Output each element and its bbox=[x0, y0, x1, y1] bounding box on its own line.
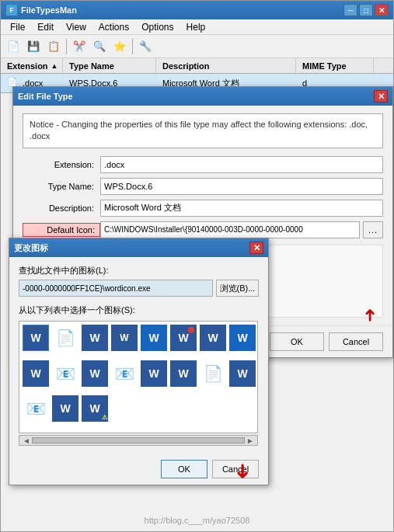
menu-help[interactable]: Help bbox=[180, 20, 212, 34]
icon-cell-6[interactable]: W bbox=[200, 325, 226, 351]
notice-box: Notice - Changing the properties of this… bbox=[23, 113, 383, 148]
scroll-right-btn[interactable]: ► bbox=[246, 436, 254, 445]
description-input[interactable] bbox=[100, 200, 383, 217]
toolbar-star-btn[interactable]: ⭐ bbox=[110, 37, 129, 56]
icon-cell-0[interactable]: W bbox=[23, 325, 49, 351]
col-typename[interactable]: Type Name bbox=[63, 58, 156, 73]
sort-arrow: ▲ bbox=[51, 62, 58, 70]
toolbar-extra-btn[interactable]: 🔧 bbox=[136, 37, 155, 56]
col-mime[interactable]: MIME Type bbox=[296, 58, 374, 73]
icon-dialog-titlebar: 更改图标 ✕ bbox=[9, 238, 268, 257]
icon-cell-4[interactable]: W bbox=[141, 325, 167, 351]
icon-cell-13[interactable]: W bbox=[170, 360, 197, 387]
default-icon-row: Default Icon: ... bbox=[23, 221, 383, 238]
extension-input[interactable] bbox=[100, 156, 383, 173]
icon-dialog-buttons: OK Cancel bbox=[9, 454, 268, 485]
menu-file[interactable]: File bbox=[4, 20, 31, 34]
icon-cell-14[interactable]: 📄 bbox=[200, 360, 226, 387]
toolbar-sep-2 bbox=[132, 39, 133, 54]
icon-cell-8[interactable]: W bbox=[23, 360, 49, 387]
edit-dialog-cancel-btn[interactable]: Cancel bbox=[329, 332, 383, 351]
icon-cell-10[interactable]: W bbox=[82, 360, 108, 387]
icon-dialog-title: 更改图标 bbox=[14, 242, 249, 254]
icon-cell-3[interactable]: W bbox=[111, 325, 138, 351]
toolbar-copy-btn[interactable]: 📋 bbox=[44, 37, 63, 56]
title-controls: ─ □ ✕ bbox=[343, 4, 389, 16]
scroll-thumb[interactable] bbox=[32, 437, 245, 443]
toolbar-cut-btn[interactable]: ✂️ bbox=[70, 37, 89, 56]
icon-dialog-close[interactable]: ✕ bbox=[249, 242, 263, 254]
icon-dialog: 更改图标 ✕ 查找此文件中的图标(L): 浏览(B)... 从以下列表中选择一个… bbox=[9, 238, 269, 485]
icon-cell-9[interactable]: 📧 bbox=[52, 360, 78, 387]
typename-input[interactable] bbox=[100, 178, 383, 195]
edit-dialog-titlebar: Edit File Type ✕ bbox=[13, 87, 392, 106]
edit-dialog-close[interactable]: ✕ bbox=[374, 90, 388, 103]
red-arrow-down-icon: ➜ bbox=[231, 463, 255, 480]
table-header: Extension ▲ Type Name Description MIME T… bbox=[1, 58, 393, 74]
toolbar-sep-1 bbox=[66, 39, 67, 54]
menu-bar: File Edit View Actions Options Help bbox=[1, 19, 393, 35]
icon-cell-7[interactable]: W bbox=[229, 325, 256, 351]
toolbar-save-btn[interactable]: 💾 bbox=[24, 37, 43, 56]
icon-cell-15[interactable]: W bbox=[229, 360, 256, 387]
default-icon-input[interactable] bbox=[100, 221, 360, 238]
title-bar: F FileTypesMan ─ □ ✕ bbox=[1, 1, 393, 19]
typename-row: Type Name: bbox=[23, 178, 383, 195]
toolbar: 📄 💾 📋 ✂️ 🔍 ⭐ 🔧 bbox=[1, 35, 393, 58]
app-title: FileTypesMan bbox=[21, 5, 343, 15]
scroll-left-btn[interactable]: ◄ bbox=[23, 436, 30, 445]
grid-label: 从以下列表中选择一个图标(S): bbox=[19, 304, 259, 316]
extension-row: Extension: bbox=[23, 156, 383, 173]
menu-options[interactable]: Options bbox=[135, 20, 180, 34]
icon-cell-11[interactable]: 📧 bbox=[111, 360, 138, 387]
extension-label: Extension: bbox=[23, 160, 100, 169]
app-window: F FileTypesMan ─ □ ✕ File Edit View Acti… bbox=[0, 0, 394, 532]
red-arrow-up-icon: ➜ bbox=[360, 308, 380, 322]
toolbar-new-btn[interactable]: 📄 bbox=[4, 37, 23, 56]
icon-cell-16[interactable]: 📧 bbox=[23, 395, 49, 422]
icon-path-input[interactable] bbox=[19, 280, 213, 297]
path-label: 查找此文件中的图标(L): bbox=[19, 265, 259, 276]
minimize-btn[interactable]: ─ bbox=[343, 4, 357, 16]
edit-dialog-ok-btn[interactable]: OK bbox=[270, 332, 324, 351]
description-row: Description: bbox=[23, 200, 383, 217]
toolbar-search-btn[interactable]: 🔍 bbox=[90, 37, 109, 56]
maximize-btn[interactable]: □ bbox=[359, 4, 373, 16]
edit-dialog-title: Edit File Type bbox=[18, 92, 374, 101]
icon-browse-btn[interactable]: 浏览(B)... bbox=[216, 280, 259, 297]
col-description[interactable]: Description bbox=[156, 58, 296, 73]
app-icon: F bbox=[5, 4, 18, 16]
icon-dialog-content: 查找此文件中的图标(L): 浏览(B)... 从以下列表中选择一个图标(S): … bbox=[9, 257, 268, 454]
menu-edit[interactable]: Edit bbox=[31, 20, 60, 34]
default-icon-label: Default Icon: bbox=[23, 223, 100, 237]
watermark: http://blog.c___m/yao72508 bbox=[145, 516, 250, 525]
path-row: 浏览(B)... bbox=[19, 280, 259, 297]
description-label: Description: bbox=[23, 203, 100, 213]
default-icon-browse-btn[interactable]: ... bbox=[363, 221, 383, 238]
typename-label: Type Name: bbox=[23, 182, 100, 191]
icon-cell-18[interactable]: W⚠ bbox=[82, 395, 108, 422]
col-extension[interactable]: Extension ▲ bbox=[1, 58, 63, 73]
close-btn[interactable]: ✕ bbox=[375, 4, 389, 16]
icon-grid: W 📄 W W W W W W W 📧 W 📧 W W 📄 W 📧 bbox=[19, 321, 258, 433]
icon-ok-btn[interactable]: OK bbox=[161, 460, 207, 478]
icon-cell-5[interactable]: W bbox=[170, 325, 197, 351]
h-scrollbar[interactable]: ◄ ► bbox=[19, 435, 258, 446]
menu-view[interactable]: View bbox=[60, 20, 92, 34]
menu-actions[interactable]: Actions bbox=[92, 20, 135, 34]
icon-cell-17[interactable]: W bbox=[52, 395, 78, 422]
icon-cell-12[interactable]: W bbox=[141, 360, 167, 387]
icon-cell-2[interactable]: W bbox=[82, 325, 108, 351]
icon-cell-1[interactable]: 📄 bbox=[52, 325, 78, 351]
